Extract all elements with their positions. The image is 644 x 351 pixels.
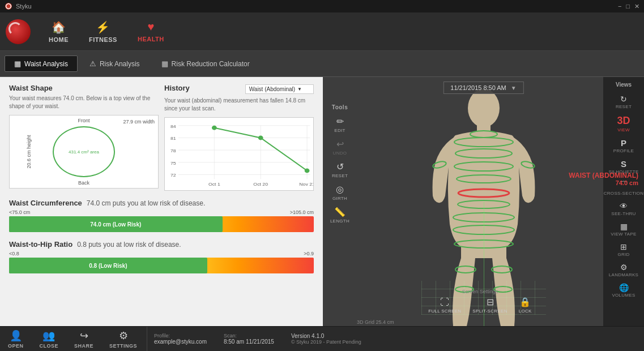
tab-risk-reduction[interactable]: ▦ Risk Reduction Calculator: [152, 55, 259, 72]
datetime-bar[interactable]: 11/21/2015 8:50 AM ▼: [443, 82, 523, 94]
lock-icon: 🔒: [519, 297, 531, 307]
circ-header: Waist Circumference 74.0 cm puts you at …: [9, 199, 314, 207]
waist-tab-label: Waist Analysis: [24, 60, 68, 68]
open-button[interactable]: 👤 OPEN: [0, 327, 32, 351]
view-reset[interactable]: ↻ RESET: [603, 92, 644, 112]
split-screen-button[interactable]: ⊟ SPLIT-SCREEN: [472, 297, 507, 314]
reset-label: RESET: [332, 173, 348, 178]
waist-circumference-section: Waist Circumference 74.0 cm puts you at …: [9, 199, 314, 232]
edit-label: EDIT: [334, 128, 345, 133]
reset-view-icon: ↻: [620, 95, 627, 104]
3d-view-label: VIEW: [617, 127, 630, 132]
waist-hip-indicator: 0.8 (Low Risk): [9, 258, 207, 273]
3d-view-text: 3D: [617, 115, 630, 127]
tape-label: VIEW TAPE: [611, 232, 637, 237]
window-controls[interactable]: − □ ✕: [618, 3, 639, 10]
app-title: Styku: [5, 2, 32, 10]
bottom-bar: 👤 OPEN 👥 CLOSE ↪ SHARE ⚙ SETTINGS Profil…: [0, 326, 644, 351]
fullscreen-button[interactable]: ⛶ FULL SCREEN: [428, 297, 461, 314]
view-volumes[interactable]: 🌐 VOLUMES: [603, 281, 644, 300]
fitness-icon: ⚡: [96, 20, 110, 34]
edit-icon: ✏: [336, 116, 344, 127]
profile-view-label: PROFILE: [613, 148, 634, 153]
settings-button[interactable]: ⚙ SETTINGS: [101, 327, 145, 351]
health-icon: ♥: [147, 20, 154, 33]
scan-value: 8:50 am 11/21/2015: [224, 339, 274, 345]
see-thru-icon: 👁: [620, 202, 628, 211]
tabbar: ▦ Waist Analysis ⚠ Risk Analysis ▦ Risk …: [0, 51, 644, 77]
front-label: Front: [78, 118, 89, 123]
waist-3d-label: WAIST (ABDOMINAL) 74.0 cm: [569, 172, 638, 186]
home-icon: 🏠: [52, 20, 66, 34]
maximize-button[interactable]: □: [626, 3, 630, 10]
svg-text:Oct 1: Oct 1: [208, 182, 220, 187]
minimize-button[interactable]: −: [618, 3, 621, 10]
view-3d[interactable]: 3D VIEW: [603, 113, 644, 135]
nav-home[interactable]: 🏠 HOME: [39, 12, 79, 50]
tool-length[interactable]: 📏 LENGTH: [323, 204, 357, 226]
tool-girth[interactable]: ◎ GIRTH: [323, 182, 357, 203]
svg-point-20: [468, 89, 500, 127]
tools-header: Tools: [332, 102, 348, 113]
scan-label: Scan:: [224, 333, 274, 339]
hip-header: Waist-to-Hip Ratio 0.8 puts you at low r…: [9, 240, 314, 249]
home-label: HOME: [49, 36, 69, 43]
view-landmarks[interactable]: ⚙ LANDMARKS: [603, 260, 644, 280]
waist-circ-indicator: 74.0 cm (Low Risk): [9, 216, 223, 232]
dropdown-arrow-icon: ▼: [297, 87, 302, 92]
titlebar: Styku − □ ✕: [0, 0, 644, 12]
tool-edit[interactable]: ✏ EDIT: [323, 114, 357, 135]
history-dropdown[interactable]: Waist (Abdominal) ▼: [245, 84, 314, 94]
share-label: SHARE: [74, 343, 93, 349]
waist-hip-desc: 0.8 puts you at low risk of disease.: [77, 241, 181, 249]
nav-health[interactable]: ♥ HEALTH: [127, 12, 174, 50]
close-window-button[interactable]: ✕: [634, 3, 639, 10]
close-icon: 👥: [42, 329, 55, 342]
waist-ellipse: 431.4 cm² area: [53, 126, 115, 177]
svg-text:72: 72: [170, 173, 176, 178]
views-panel: Views ↻ RESET 3D VIEW P PROFILE S SILHOU…: [603, 77, 644, 326]
risk-tab-label: Risk Analysis: [100, 60, 140, 68]
datetime-dropdown-icon[interactable]: ▼: [511, 85, 517, 91]
view-grid[interactable]: ⊞ GRID: [603, 240, 644, 259]
cross-section-label: CROSS-SECTION: [604, 191, 644, 196]
lock-button[interactable]: 🔒 LOCK: [519, 297, 532, 314]
left-panel: Waist Shape Your waist measures 74.0 cm.…: [0, 77, 323, 326]
settings-icon: ⚙: [119, 329, 128, 342]
volumes-label: VOLUMES: [612, 293, 635, 298]
views-header: Views: [616, 80, 632, 91]
tab-risk-analysis[interactable]: ⚠ Risk Analysis: [80, 55, 150, 72]
girth-icon: ◎: [336, 184, 344, 195]
share-button[interactable]: ↪ SHARE: [66, 327, 101, 351]
waist-hip-bar-container: <0.8 >0.9 0.8 (Low Risk): [9, 251, 314, 273]
back-label: Back: [78, 180, 89, 186]
circ-high-label: >105.0 cm: [290, 209, 314, 215]
landmarks-icon: ⚙: [620, 263, 628, 272]
view-profile[interactable]: P PROFILE: [603, 136, 644, 156]
navbar: 🏠 HOME ⚡ FITNESS ♥ HEALTH: [0, 12, 644, 51]
close-button[interactable]: 👥 CLOSE: [32, 327, 67, 351]
view-tape[interactable]: ▦ VIEW TAPE: [603, 220, 644, 239]
history-section: History Waist (Abdominal) ▼ Your waist (…: [164, 84, 314, 191]
waist-hip-gradient-bar: 0.8 (Low Risk): [9, 258, 314, 273]
tools-panel: Tools ✏ EDIT ↩ UNDO ↺ RESET ◎ GIRTH 📏 LE…: [323, 100, 357, 226]
undo-icon: ↩: [336, 139, 344, 149]
bar-labels: <75.0 cm >105.0 cm: [9, 209, 314, 215]
tool-reset[interactable]: ↺ RESET: [323, 159, 357, 181]
tool-undo[interactable]: ↩ UNDO: [323, 136, 357, 158]
waist-circ-title: Waist Circumference: [9, 199, 82, 207]
landmarks-label: LANDMARKS: [609, 272, 639, 277]
datetime-value: 11/21/2015 8:50 AM: [450, 84, 506, 91]
nav-fitness[interactable]: ⚡ FITNESS: [79, 12, 127, 50]
view-see-thru[interactable]: 👁 SEE-THRU: [603, 199, 644, 219]
risk-tab-icon: ⚠: [89, 59, 96, 68]
reset-tool-icon: ↺: [336, 161, 344, 172]
open-label: OPEN: [8, 343, 24, 349]
version-info: Version 4.1.0 © Styku 2019 - Patent Pend…: [291, 333, 361, 345]
fullscreen-icon: ⛶: [440, 297, 449, 307]
svg-text:75: 75: [170, 160, 176, 165]
waist-circ-gradient-bar: 74.0 cm (Low Risk): [9, 216, 314, 232]
tab-waist-analysis[interactable]: ▦ Waist Analysis: [5, 55, 78, 72]
fullscreen-label: FULL SCREEN: [428, 309, 461, 314]
svg-text:Nov 21: Nov 21: [299, 182, 313, 187]
